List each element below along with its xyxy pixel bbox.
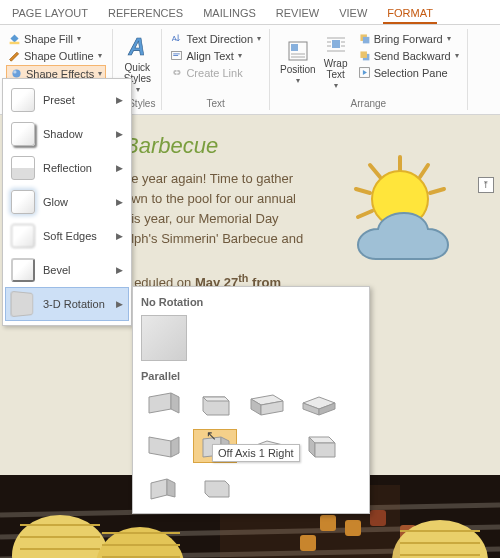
shape-outline-label: Shape Outline	[24, 50, 94, 62]
send-backward-button[interactable]: Send Backward▾	[356, 48, 461, 63]
rotation-thumb-10[interactable]	[193, 471, 237, 505]
text-group-label: Text	[168, 98, 263, 109]
rotation-thumb-4[interactable]	[297, 387, 341, 421]
shadow-icon	[11, 122, 35, 146]
svg-point-1	[12, 69, 20, 77]
svg-rect-20	[363, 37, 370, 44]
tab-mailings[interactable]: MAILINGS	[199, 4, 260, 24]
rotation-thumb-5[interactable]	[141, 429, 185, 463]
wrap-text-label: Wrap Text	[324, 58, 348, 80]
section-no-rotation: No Rotation	[139, 293, 363, 311]
selection-pane-label: Selection Pane	[374, 67, 448, 79]
selection-pane-button[interactable]: Selection Pane	[356, 65, 461, 80]
shape-effects-menu: Preset▶ Shadow▶ Reflection▶ Glow▶ Soft E…	[2, 78, 132, 326]
svg-rect-22	[360, 51, 367, 58]
menu-preset[interactable]: Preset▶	[5, 83, 129, 117]
menu-3d-rotation[interactable]: 3-D Rotation▶	[5, 287, 129, 321]
position-icon	[286, 39, 310, 63]
svg-line-28	[356, 189, 370, 193]
position-label: Position	[280, 64, 316, 75]
menu-reflection[interactable]: Reflection▶	[5, 151, 129, 185]
softedges-icon	[11, 224, 35, 248]
svg-line-27	[370, 165, 380, 177]
rotation-3d-submenu: No Rotation Parallel	[132, 286, 370, 514]
text-direction-icon: A	[170, 32, 183, 45]
svg-text:A: A	[128, 34, 146, 60]
send-backward-label: Send Backward	[374, 50, 451, 62]
shape-outline-button[interactable]: Shape Outline▾	[6, 48, 106, 63]
wordart-A-icon: A	[123, 33, 151, 61]
align-text-button[interactable]: Align Text▾	[168, 48, 263, 63]
layout-options-handle[interactable]: ⤒	[478, 177, 494, 193]
align-text-icon	[170, 49, 183, 62]
svg-line-29	[358, 211, 372, 217]
link-icon	[170, 66, 183, 79]
create-link-button[interactable]: Create Link	[168, 65, 263, 80]
shape-fill-button[interactable]: Shape Fill▾	[6, 31, 106, 46]
bring-forward-label: Bring Forward	[374, 33, 443, 45]
svg-line-26	[430, 189, 444, 193]
rotation-none-thumb[interactable]	[141, 315, 187, 361]
position-button[interactable]: Position▾	[276, 31, 320, 92]
tab-review[interactable]: REVIEW	[272, 4, 323, 24]
sun-cloud-clipart[interactable]	[340, 151, 460, 261]
doc-body: ne year again! Time to gather own to the…	[124, 169, 354, 293]
svg-rect-12	[332, 40, 340, 48]
menu-shadow[interactable]: Shadow▶	[5, 117, 129, 151]
svg-rect-0	[10, 42, 20, 44]
svg-line-25	[420, 165, 428, 177]
bevel-icon	[11, 258, 35, 282]
reflection-icon	[11, 156, 35, 180]
section-parallel: Parallel	[139, 367, 363, 385]
bucket-icon	[8, 32, 21, 45]
text-direction-label: Text Direction	[186, 33, 253, 45]
rotation-thumb-2[interactable]	[193, 387, 237, 421]
rotation-thumb-3[interactable]	[245, 387, 289, 421]
tab-view[interactable]: VIEW	[335, 4, 371, 24]
wrap-text-button[interactable]: Wrap Text▾	[320, 31, 352, 92]
rotation-thumb-9[interactable]	[141, 471, 185, 505]
svg-point-2	[13, 70, 16, 73]
selection-pane-icon	[358, 66, 371, 79]
text-direction-button[interactable]: AText Direction▾	[168, 31, 263, 46]
preset-icon	[11, 88, 35, 112]
menu-glow[interactable]: Glow▶	[5, 185, 129, 219]
tab-references[interactable]: REFERENCES	[104, 4, 187, 24]
svg-text:A: A	[172, 34, 177, 43]
glow-icon	[11, 190, 35, 214]
bring-forward-icon	[358, 32, 371, 45]
rotation-thumb-1[interactable]	[141, 387, 185, 421]
bring-forward-button[interactable]: Bring Forward▾	[356, 31, 461, 46]
align-text-label: Align Text	[186, 50, 234, 62]
wrap-text-icon	[324, 33, 348, 57]
arrange-group-label: Arrange	[276, 98, 461, 109]
menu-bevel[interactable]: Bevel▶	[5, 253, 129, 287]
shape-fill-label: Shape Fill	[24, 33, 73, 45]
svg-rect-9	[291, 44, 298, 51]
menu-soft-edges[interactable]: Soft Edges▶	[5, 219, 129, 253]
tab-page-layout[interactable]: PAGE LAYOUT	[8, 4, 92, 24]
rotation-thumb-8[interactable]	[297, 429, 341, 463]
rot3d-icon	[10, 291, 33, 318]
tab-format[interactable]: FORMAT	[383, 4, 437, 24]
send-backward-icon	[358, 49, 371, 62]
create-link-label: Create Link	[186, 67, 242, 79]
pencil-icon	[8, 49, 21, 62]
tooltip: Off Axis 1 Right	[212, 444, 300, 462]
